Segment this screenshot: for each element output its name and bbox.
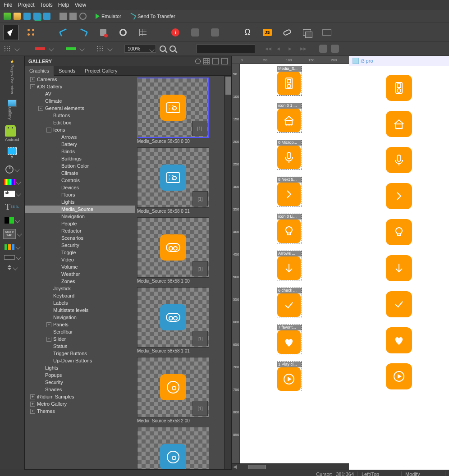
canvas-item[interactable]: 1 Play ci... [277, 362, 302, 391]
emulator-button[interactable]: Emulator [96, 14, 121, 19]
tree-item[interactable]: -Icons [25, 126, 135, 133]
tab-project-gallery[interactable]: Project Gallery [80, 66, 122, 75]
tree-item[interactable]: Arrows [25, 133, 135, 141]
send-transfer-button[interactable]: Send To Transfer [129, 14, 175, 19]
scrollbar-thumb[interactable] [225, 77, 231, 95]
refresh-icon[interactable] [79, 13, 87, 20]
delete-button[interactable] [96, 25, 111, 40]
canvas-item[interactable]: 8 Next 5... [277, 177, 302, 206]
tab-graphics[interactable]: Graphics [25, 66, 54, 76]
mode1-icon[interactable] [319, 45, 327, 53]
tree-item[interactable]: AV [25, 90, 135, 97]
tree-item[interactable]: Lights [25, 364, 135, 371]
page-prev-icon[interactable] [277, 46, 285, 52]
export-icon[interactable] [69, 13, 77, 20]
label-tool[interactable]: ab_ [4, 191, 20, 197]
canvas-item[interactable]: Media_S... [277, 66, 302, 96]
pages-overview-tab[interactable]: ★ Pages Overview [10, 59, 14, 94]
gallery-thumbnail[interactable]: [1]Media_Source 58x58 2 00 [137, 357, 209, 427]
zoom-out-icon[interactable] [170, 46, 176, 52]
tree-item[interactable]: Multistate levels [25, 307, 135, 314]
page-first-icon[interactable] [265, 46, 273, 52]
align-center-icon[interactable] [66, 47, 76, 50]
scrollbar-thumb[interactable] [248, 465, 266, 469]
tree-item[interactable]: Zones [25, 278, 135, 285]
gallery-thumbnail[interactable]: [1]Media_Source 58x58 1 00 [137, 217, 209, 287]
view-grid-icon[interactable] [203, 58, 210, 64]
undo-button[interactable] [56, 25, 71, 40]
contrast-tool[interactable] [5, 217, 19, 224]
tree-item[interactable]: Shades [25, 386, 135, 393]
tree-item[interactable]: +Slider [25, 335, 135, 343]
tree-item[interactable]: Status [25, 343, 135, 350]
tree-item[interactable]: Blinds [25, 148, 135, 155]
canvas-item[interactable]: icon 0 1 ... [277, 103, 302, 133]
tab-sounds[interactable]: Sounds [54, 66, 80, 75]
tree-item[interactable]: People [25, 220, 135, 227]
pointer-tool[interactable] [4, 25, 19, 40]
tree-item[interactable]: Weather [25, 270, 135, 278]
dropdown-icon[interactable] [14, 46, 19, 51]
page-next-icon[interactable] [289, 46, 297, 52]
tree-item[interactable]: Keyboard [25, 292, 135, 299]
tree-item[interactable]: Labels [25, 299, 135, 307]
tree-item[interactable]: Trigger Buttons [25, 350, 135, 357]
mode2-icon[interactable] [331, 45, 339, 53]
menu-view[interactable]: View [74, 2, 86, 8]
tree-item[interactable]: Redactor [25, 227, 135, 234]
grid-button[interactable] [135, 25, 151, 40]
tree-item[interactable]: Joystick [25, 285, 135, 292]
expand-icon[interactable]: + [30, 409, 35, 414]
tree-item[interactable]: +Panels [25, 321, 135, 328]
updown-tool[interactable] [7, 265, 17, 270]
tree-item[interactable]: Floors [25, 191, 135, 198]
tree-item[interactable]: Buildings [25, 155, 135, 162]
gallery-thumbnail[interactable]: [1]Media_Source 58x58 1 01 [137, 287, 209, 357]
tree-item[interactable]: +Metro Gallery [25, 400, 135, 407]
align-left-icon[interactable] [35, 47, 45, 50]
canvas-item[interactable]: 7 favorit... [277, 325, 302, 354]
power-tool[interactable] [5, 165, 19, 174]
horizontal-scrollbar[interactable]: ◀ [232, 463, 349, 470]
import-icon[interactable] [60, 13, 67, 20]
text-style-tool[interactable]: THi % [5, 202, 19, 212]
omega-button[interactable]: Ω [240, 25, 255, 40]
battery-tool[interactable] [4, 255, 20, 260]
scroll-left-icon[interactable]: ◀ [232, 464, 238, 470]
shape2-button[interactable] [207, 25, 223, 40]
expand-icon[interactable]: + [46, 322, 51, 327]
js-button[interactable]: JS [260, 25, 275, 40]
canvas-item[interactable]: 0 Microp... [277, 140, 302, 169]
save-icon[interactable] [23, 13, 31, 20]
gallery-thumbnail[interactable]: [1]Media_Source 58x58 0 01 [137, 147, 209, 217]
tree-item[interactable]: Security [25, 242, 135, 249]
tree-item[interactable]: Toggle [25, 249, 135, 256]
open-icon[interactable] [14, 13, 21, 20]
menu-file[interactable]: File [4, 2, 12, 8]
menu-help[interactable]: Help [58, 2, 69, 8]
tree-item[interactable]: Battery [25, 141, 135, 148]
collapse-icon[interactable]: - [38, 106, 43, 111]
info-button[interactable]: i [168, 25, 183, 40]
tree-item[interactable]: Climate [25, 169, 135, 177]
menu-project[interactable]: Project [18, 2, 34, 8]
collapse-icon[interactable]: - [30, 84, 35, 89]
page-last-icon[interactable] [300, 46, 308, 52]
p-tool[interactable]: P [8, 147, 17, 160]
expand-icon[interactable]: + [46, 337, 51, 342]
tree-item[interactable]: Popups [25, 371, 135, 379]
gallery-tab[interactable]: Gallery [8, 100, 17, 120]
tree-item[interactable]: Media_Source [25, 206, 135, 213]
canvas-item[interactable]: icon 0 Li... [277, 214, 302, 243]
tree-item[interactable]: Climate [25, 97, 135, 105]
bars-tool[interactable] [5, 244, 20, 250]
tree-item[interactable]: -General elements [25, 105, 135, 112]
view-list-icon[interactable] [212, 58, 219, 64]
new-project-icon[interactable] [4, 13, 11, 20]
tree-item[interactable]: +Themes [25, 407, 135, 415]
gallery-thumbnail[interactable]: [1] [137, 427, 209, 469]
dropdown-icon[interactable] [49, 46, 54, 51]
expand-icon[interactable]: + [30, 77, 35, 82]
link-button[interactable] [279, 25, 295, 40]
search-input[interactable] [197, 44, 255, 53]
